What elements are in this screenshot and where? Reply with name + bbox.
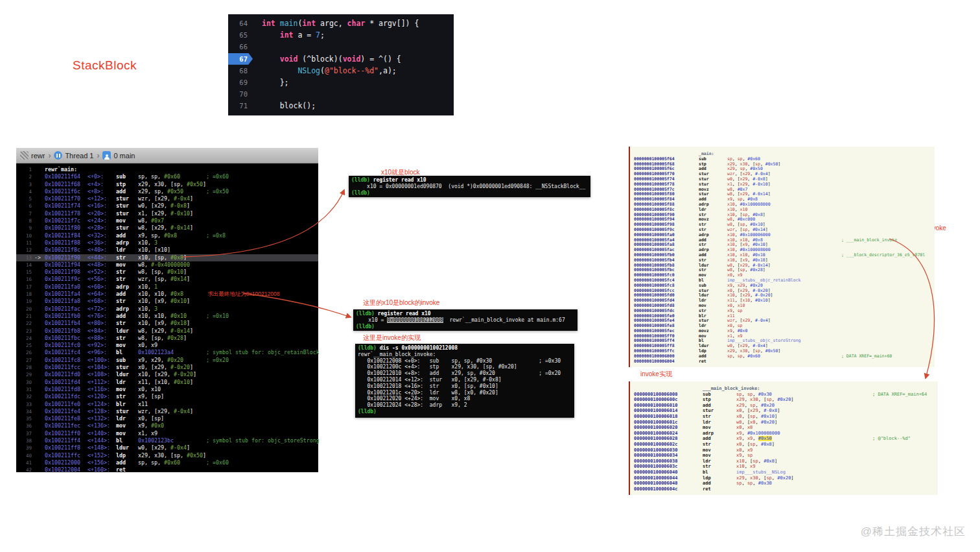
hopper-row: 0000000100005f98strw8, [sp, #0x10]: [634, 222, 935, 228]
hopper-row: 0000000100005fb8ldurw8, [x29, #-0x14]: [634, 263, 935, 269]
code-line: 72: [228, 112, 454, 116]
asm-operands: x10, [x29, #-0x20]: [138, 371, 206, 378]
line-number[interactable]: 69: [228, 77, 253, 88]
hopper-row: 0000000100006048addsp, sp, #0x30: [634, 481, 938, 486]
code-line: 68 NSLog(@"block--%d",a);: [228, 65, 454, 77]
line-number[interactable]: 70: [228, 88, 253, 100]
line-number[interactable]: 68: [228, 65, 253, 77]
asm-operands: x29, x30, [sp, #0x20]: [736, 397, 872, 403]
asm-operands: x9, #0x0: [138, 422, 206, 429]
console-line: 0x100212008 <+0>: sub sp, sp, #0x30 ; =0…: [358, 358, 572, 365]
code-text: };: [253, 77, 289, 88]
hopper-row: _main:: [634, 152, 935, 157]
console-line: (lldb): [351, 190, 588, 197]
console-line: (lldb) register read x10: [356, 311, 575, 317]
code-line: 67 void (^block)(void) = ^() {: [228, 53, 454, 65]
asm-row: 260x100211fc4<+96>:bl0x1002123a4; symbol…: [16, 349, 318, 356]
console-line: 0x100212010 <+8>: add x29, sp, #0x20 ; =…: [358, 370, 572, 377]
asm-operands: w0, [x29, #-0x8]: [138, 202, 206, 210]
watermark: @稀土掘金技术社区: [861, 524, 966, 539]
asm-operands: x10, x10, #0x10: [138, 313, 206, 320]
asm-operands: x9, x9, #0x50: [736, 436, 872, 442]
asm-row: 110x100211f88<+36>:adrpx10, 3: [16, 239, 318, 246]
asm-row: 320x100211fdc<+120>:strx9, [sp]: [16, 393, 318, 400]
code-text: int a = 7;: [253, 29, 325, 41]
asm-operands: x9, #0x100008000: [736, 431, 872, 437]
asm-row: 90x100211f80<+28>:sturw8, [x29, #-0x14]: [16, 224, 318, 232]
breadcrumb-frame[interactable]: 0 main: [113, 152, 135, 160]
hopper-row: 0000000100005f7cmovzw8, #0x7: [634, 187, 935, 193]
asm-row: 60x100211f74<+16>:sturw0, [x29, #-0x8]: [16, 202, 318, 210]
asm-row: 350x100211fe8<+132>:ldrx0, [sp]: [16, 415, 318, 422]
hopper-row: 0000000100005fb4strx10, [x9, #0x18]: [634, 258, 935, 263]
asm-operands: x1, x9: [138, 430, 206, 437]
asm-operands: [736, 486, 872, 492]
code-lines: 64int main(int argc, char * argv[]) {65 …: [228, 18, 454, 115]
hopper-row: 0000000100006024adrpx9, #0x100008000: [634, 431, 938, 437]
asm-operands: x11: [138, 401, 206, 408]
code-line: 71 block();: [228, 100, 454, 112]
asm-operands: [727, 359, 841, 365]
asm-row: 80x100211f7c<+24>:movw8, #0x7: [16, 217, 318, 224]
hopper-row: 0000000100005fd4ldrx11, [x10, #0x10]: [634, 298, 935, 304]
asm-row: 13->0x100211f90<+44>:strx10, [sp, #0x8]: [16, 254, 318, 261]
line-number[interactable]: 64: [228, 18, 253, 29]
asm-row: 180x100211fa4<+64>:addx10, x10, #0x8 求出最…: [16, 291, 318, 298]
code-line: 69 };: [228, 77, 454, 88]
hopper-row: 0000000100006030movx0, x9: [634, 448, 938, 453]
console-line: (lldb): [358, 409, 572, 415]
line-number[interactable]: 66: [228, 41, 253, 53]
asm-operands: x9, x29, #0x20: [138, 357, 206, 364]
line-number[interactable]: 65: [228, 29, 253, 41]
asm-row: 210x100211fb0<+76>:addx10, x10, #0x10; =…: [16, 313, 318, 320]
active-line-badge[interactable]: 67: [228, 53, 253, 65]
asm-row: 160x100211f9c<+56>:strwzr, [sp, #0x14]: [16, 276, 318, 283]
asm-operands: x9, sp: [727, 309, 841, 314]
annotation-invoke-shixian: invoke实现: [640, 370, 672, 379]
console-line: (lldb) register read x10: [351, 177, 588, 184]
code-text: int main(int argc, char * argv[]) {: [253, 18, 419, 29]
code-line: 70: [228, 88, 454, 100]
asm-row: 220x100211fb4<+80>:strx10, [x9, #0x18]: [16, 320, 318, 327]
asm-row: 400x100211ffc<+152>:ldpx29, x30, [sp, #0…: [16, 452, 318, 459]
asm-operands: x0, [sp]: [138, 415, 206, 422]
asm-operands: w8, [sp, #0x28]: [138, 335, 206, 342]
hopper-row: 0000000100006028addx9, x9, #0x50; @"bloc…: [634, 436, 938, 442]
asm-row: 370x100211ff0<+140>:movx1, x9: [16, 430, 318, 437]
code-text: NSLog(@"block--%d",a);: [253, 65, 397, 77]
asm-operands: w0, [x29, #-0x4]: [138, 444, 206, 451]
line-number[interactable]: 72: [228, 112, 253, 116]
hopper-row: 0000000100005fe0blrx11: [634, 314, 935, 319]
asm-operands: x29, sp, #0x20: [736, 403, 872, 409]
asm-row: 20x100211f64<+0>:subsp, sp, #0x60; =0x60: [16, 173, 318, 180]
asm-operands: x0, x8: [736, 425, 872, 431]
hopper-row: 0000000100006034movx9, sp: [634, 453, 938, 459]
line-number[interactable]: 71: [228, 100, 253, 112]
asm-row: 30x100211f68<+4>:stpx29, x30, [sp, #0x50…: [16, 181, 318, 188]
breadcrumb-app[interactable]: rewr: [31, 152, 45, 160]
asm-row: 250x100211fc0<+92>:movx0, x9: [16, 342, 318, 349]
hopper-row: 0000000100005fb0addx10, x10, #0x10; ___b…: [634, 253, 935, 258]
asm-row: 380x100211ff4<+144>:bl0x1002123bc; symbo…: [16, 437, 318, 444]
hopper-row: 0000000100005f68stpx29, x30, [sp, #0x50]: [634, 162, 935, 167]
asm-row: 150x100211f98<+52>:strw8, [sp, #0x10]: [16, 269, 318, 276]
breadcrumb-thread[interactable]: Thread 1: [65, 152, 93, 160]
asm-row: 360x100211fec<+136>:movx9, #0x0: [16, 422, 318, 429]
asm-operands: x10, [x9, #0x10]: [138, 298, 206, 305]
asm-row: 330x100211fe0<+124>:blrx11: [16, 401, 318, 408]
asm-row: 170x100211fa0<+60>:adrpx10, 1: [16, 283, 318, 291]
console-line: 0x100212020 <+24>: mov x0, x8: [358, 396, 572, 402]
hopper-row: 0000000100005fecmovzx9, #0x0: [634, 329, 935, 334]
hopper-row: 0000000100006018strx0, [sp, #0x10]: [634, 414, 938, 420]
hopper-disassembly-block-invoke: ___main_block_invoke:0000000100006008sub…: [629, 381, 938, 495]
asm-operands: sp, sp, #0x30: [736, 392, 872, 398]
debugger-panel: rewr › Thread 1 › 0 main 1rewr`main:20x1…: [16, 148, 318, 472]
asm-operands: x10, [sp, #0x8]: [736, 459, 872, 464]
hopper-row: 0000000100006040blimp___stubs__NSLog: [634, 470, 938, 475]
asm-operands: x0, x9: [138, 342, 206, 349]
asm-operands: x29, x30, [sp, #0x50]: [138, 452, 206, 459]
asm-operands: x0, x9: [736, 448, 872, 453]
hopper-row: 0000000100005f94movzw8, #0xc000: [634, 217, 935, 222]
asm-row: 240x100211fbc<+88>:strw8, [sp, #0x28]: [16, 335, 318, 342]
console-line: x10 = 0x00000001ed090870 (void *)0x00000…: [351, 184, 588, 190]
